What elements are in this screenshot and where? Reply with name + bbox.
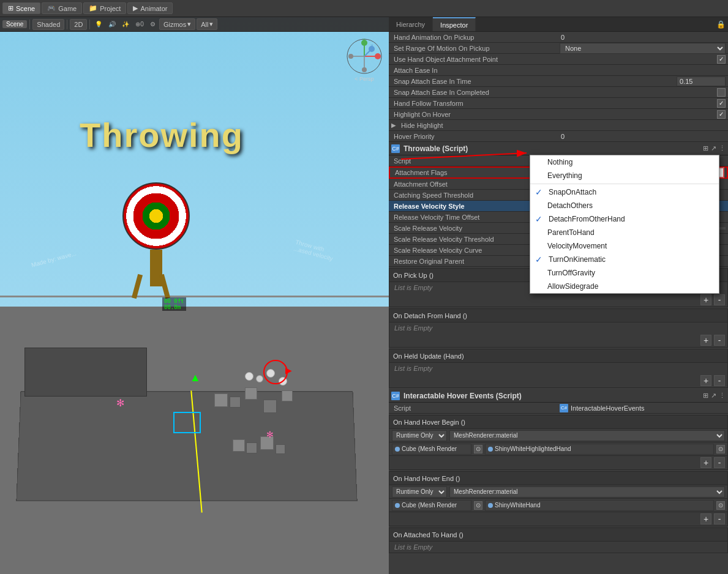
hand-follow-row: Hand Follow Transform — [389, 98, 728, 109]
on-held-update-add-btn[interactable]: + — [700, 375, 711, 386]
on-pickup-remove-btn[interactable]: - — [714, 294, 725, 305]
hover-script-value: InteractableHoverEvents — [571, 404, 644, 412]
menu-icon[interactable]: ⋮ — [719, 144, 726, 152]
inspector-scroll[interactable]: Hand Animation On Pickup 0 Set Range Of … — [389, 32, 728, 574]
snap-ease-completed-checkbox[interactable] — [717, 88, 726, 97]
hover-end-add-btn[interactable]: + — [700, 513, 711, 524]
dropdown-item-allowsidegrade[interactable]: AllowSidegrade — [530, 280, 719, 293]
on-held-update-header: On Held Update (Hand) — [389, 349, 727, 363]
svg-text:X: X — [377, 54, 380, 59]
set-range-select[interactable]: None — [560, 43, 726, 54]
hover-open-icon[interactable]: ↗ — [711, 392, 716, 400]
hover-end-obj1: Cube (Mesh Render — [392, 500, 471, 511]
hover-begin-runtime-select[interactable]: Runtime Only — [392, 430, 447, 441]
hover-begin-add-row: + - — [389, 456, 727, 469]
dropdown-item-parenttohand[interactable]: ParentToHand — [530, 226, 719, 239]
dropdown-item-detachfromotherhand[interactable]: ✓ DetachFromOtherHand — [530, 212, 719, 226]
hand-animation-row: Hand Animation On Pickup 0 — [389, 32, 728, 43]
hover-end-obj2: ShinyWhiteHand — [485, 500, 714, 511]
snap-ease-time-input[interactable] — [677, 76, 726, 86]
toolbar-sep3 — [89, 20, 90, 29]
main-area: Scene Shaded 2D 💡 🔊 ✨ ⊕0 ⚙ Gizmos▾ All▾ … — [0, 17, 728, 574]
hover-end-function-select[interactable]: MeshRenderer:material — [449, 486, 725, 498]
use-hand-checkbox[interactable] — [717, 55, 726, 64]
scene-view: Scene Shaded 2D 💡 🔊 ✨ ⊕0 ⚙ Gizmos▾ All▾ … — [0, 17, 389, 574]
hover-begin-function-select[interactable]: MeshRenderer:material — [449, 430, 725, 441]
hover-end-obj2-pick[interactable]: ⊙ — [716, 501, 725, 510]
hover-end-remove-btn[interactable]: - — [714, 513, 725, 524]
hover-end-runtime-select[interactable]: Runtime Only — [392, 486, 447, 498]
hover-begin-remove-btn[interactable]: - — [714, 457, 725, 468]
dropdown-item-detachothers[interactable]: DetachOthers — [530, 199, 719, 212]
hand-follow-checkbox[interactable] — [717, 99, 726, 108]
highlight-hover-checkbox[interactable] — [717, 110, 726, 119]
hover-end-obj1-pick[interactable]: ⊙ — [474, 501, 482, 510]
snap-ease-completed-row: Snap Attach Ease In Completed — [389, 87, 728, 98]
dropdown-item-turnonkinematic[interactable]: ✓ TurnOnKinematic — [530, 253, 719, 266]
tab-hierarchy[interactable]: Hierarchy — [389, 17, 433, 31]
shaded-btn[interactable]: Shaded — [32, 19, 64, 30]
lock-icon[interactable]: 🔒 — [716, 20, 726, 29]
scene-tab-scene[interactable]: Scene — [2, 20, 27, 28]
twod-btn[interactable]: 2D — [70, 19, 87, 30]
dropdown-item-nothing[interactable]: Nothing — [530, 155, 719, 169]
dropdown-label-turnonkinematic: TurnOnKinematic — [549, 255, 606, 264]
expand-icon[interactable]: ⊞ — [703, 144, 708, 152]
tab-game[interactable]: 🎮 Game — [42, 2, 82, 14]
on-held-update-add-row: + - — [389, 374, 727, 387]
throwable-section-icons: ⊞ ↗ ⋮ — [703, 144, 726, 152]
check-allowsidegrade — [535, 282, 545, 291]
hover-menu-icon[interactable]: ⋮ — [719, 392, 726, 400]
open-icon[interactable]: ↗ — [711, 144, 716, 152]
on-detach-remove-btn[interactable]: - — [714, 335, 725, 346]
hover-priority-label: Hover Priority — [391, 133, 558, 140]
on-hover-end-title: On Hand Hover End () — [393, 475, 460, 482]
on-held-update-remove-btn[interactable]: - — [714, 375, 725, 386]
hover-begin-add-btn[interactable]: + — [700, 457, 711, 468]
dropdown-item-snaponattach[interactable]: ✓ SnapOnAttach — [530, 185, 719, 199]
svg-point-8 — [348, 54, 353, 59]
on-detach-add-btn[interactable]: + — [700, 335, 711, 346]
hover-priority-value: 0 — [558, 133, 726, 140]
dropdown-sep1 — [530, 184, 719, 184]
tab-inspector[interactable]: Inspector — [433, 17, 476, 31]
tab-animator[interactable]: ▶ Animator — [127, 2, 173, 14]
all-dropdown[interactable]: All▾ — [197, 18, 217, 30]
on-detach-title: On Detach From Hand () — [393, 312, 467, 319]
throwable-section-header[interactable]: C# Throwable (Script) ⊞ ↗ ⋮ — [389, 142, 728, 155]
hover-begin-obj1-pick[interactable]: ⊙ — [474, 445, 482, 453]
dropdown-label-allowsidegrade: AllowSidegrade — [547, 282, 598, 291]
hover-begin-obj2-pick[interactable]: ⊙ — [716, 445, 725, 453]
hover-begin-obj1: Cube (Mesh Render — [392, 444, 471, 455]
gizmos-dropdown[interactable]: Gizmos▾ — [159, 18, 195, 30]
check-velocitymovement — [535, 242, 545, 250]
on-hover-begin-title: On Hand Hover Begin () — [393, 419, 465, 426]
hover-script-value-container: C# InteractableHoverEvents — [560, 404, 726, 412]
hover-events-section-header[interactable]: C# Interactable Hover Events (Script) ⊞ … — [389, 389, 728, 403]
tab-scene[interactable]: ⊞ Scene — [2, 2, 40, 14]
dropdown-item-everything[interactable]: Everything — [530, 169, 719, 182]
check-everything — [535, 171, 545, 180]
scene-toolbar: Scene Shaded 2D 💡 🔊 ✨ ⊕0 ⚙ Gizmos▾ All▾ — [0, 17, 389, 32]
hover-events-icons: ⊞ ↗ ⋮ — [703, 392, 726, 400]
highlight-hover-row: Highlight On Hover — [389, 109, 728, 120]
on-pickup-add-btn[interactable]: + — [700, 294, 711, 305]
dropdown-item-velocitymovement[interactable]: VelocityMovement — [530, 239, 719, 253]
on-detach-empty: List is Empty — [389, 322, 727, 334]
on-held-update-title: On Held Update (Hand) — [393, 352, 464, 360]
on-attached-section: On Attached To Hand () List is Empty — [389, 527, 728, 553]
dropdown-item-turnoffgravity[interactable]: TurnOffGravity — [530, 266, 719, 280]
obj-dot-3 — [395, 503, 400, 508]
collapse-arrow: ▶ — [391, 122, 396, 129]
check-parenttohand — [535, 228, 545, 237]
game-icon: 🎮 — [47, 4, 56, 12]
tab-project[interactable]: 📁 Project — [83, 2, 126, 14]
dropdown-label-velocitymovement: VelocityMovement — [547, 242, 607, 250]
hover-expand-icon[interactable]: ⊞ — [703, 392, 708, 400]
dropdown-label-turnoffgravity: TurnOffGravity — [547, 269, 595, 277]
attach-ease-label: Attach Ease In — [391, 67, 558, 74]
throwable-title: Throwable (Script) — [403, 144, 703, 153]
horizon-line — [0, 296, 389, 297]
check-detachothers — [535, 201, 545, 210]
axis-gizmo: Y X Z < Persp — [346, 38, 383, 82]
